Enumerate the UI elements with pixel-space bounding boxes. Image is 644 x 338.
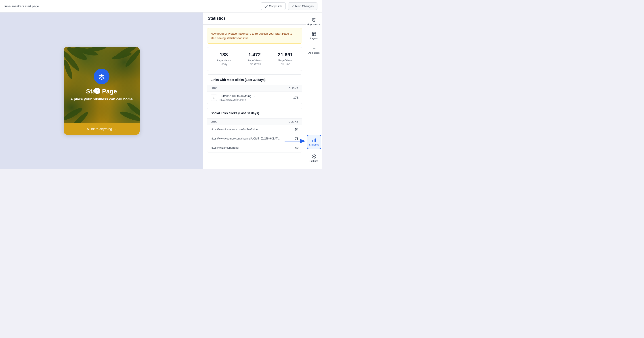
svg-rect-20 — [315, 139, 316, 142]
stack-icon — [98, 73, 106, 81]
social-link-clicks: 54 — [295, 128, 298, 131]
social-col-clicks: CLICKS — [288, 120, 298, 123]
statistics-panel: Statistics New feature! Please make sure… — [203, 13, 306, 169]
svg-rect-19 — [314, 139, 314, 142]
social-link-url: https://twitter.com/Buffer — [211, 146, 240, 149]
link-name: Button: A link to anything → — [220, 94, 290, 98]
site-url: luna-sneakers.start.page — [4, 5, 261, 8]
layout-label: Layout — [310, 37, 318, 40]
social-link-row: https://www.instagram.com/buffer/?hl=en … — [207, 125, 302, 134]
svg-point-14 — [314, 19, 315, 19]
appearance-button[interactable]: Appearance — [307, 14, 321, 29]
stat-divider-2 — [270, 52, 270, 66]
svg-rect-15 — [312, 33, 316, 36]
card-title: Start Page — [86, 88, 117, 95]
social-col-link: LINK — [211, 120, 217, 123]
publish-label: Publish Changes — [292, 5, 314, 8]
page-card: Start Page A place your business can cal… — [64, 47, 140, 135]
stats-panel-title: Statistics — [208, 16, 226, 21]
svg-point-13 — [313, 19, 314, 19]
stat-divider-1 — [239, 52, 239, 66]
add-block-button[interactable]: Add Block — [307, 43, 321, 57]
most-clicks-col-link: LINK — [211, 87, 217, 90]
stat-today: 138 Page Views Today — [209, 52, 238, 66]
notice-banner: New feature! Please make sure to re-publ… — [207, 28, 302, 44]
social-link-url: https://www.youtube.com/channel/UCfe5mZb… — [211, 137, 280, 140]
appearance-label: Appearance — [307, 23, 320, 26]
card-button[interactable]: A link to anything → — [64, 123, 140, 135]
most-clicks-header: Links with most clicks (Last 30 days) — [207, 75, 302, 85]
social-link-clicks: 49 — [295, 146, 298, 150]
copy-link-button[interactable]: Copy Link — [261, 3, 286, 10]
social-table-header: LINK CLICKS — [207, 119, 302, 125]
header: luna-sneakers.start.page Copy Link Publi… — [0, 0, 322, 13]
stat-today-label: Page Views Today — [209, 59, 238, 66]
plus-icon — [312, 46, 316, 51]
leaf-decoration — [64, 47, 140, 123]
top-link-row: 1 Button: A link to anything → http://ww… — [207, 91, 302, 104]
page-views-stats: 138 Page Views Today 1,472 Page Views Th… — [207, 47, 302, 71]
statistics-button[interactable]: Statistics — [307, 135, 321, 149]
notice-text: New feature! Please make sure to re-publ… — [211, 32, 298, 40]
card-subtitle: A place your business can call home — [66, 97, 138, 101]
settings-button[interactable]: Settings — [307, 151, 321, 165]
svg-point-12 — [313, 19, 314, 20]
statistics-label: Statistics — [309, 143, 319, 146]
stat-alltime-value: 21,691 — [271, 52, 300, 58]
link-url: http://www.buffer.com/ — [220, 98, 290, 101]
preview-area: Start Page A place your business can cal… — [0, 13, 203, 169]
social-clicks-section: Social links clicks (Last 30 days) LINK … — [207, 108, 302, 152]
link-rank: 1 — [211, 95, 217, 101]
stat-alltime-label: Page Views All Time — [271, 59, 300, 66]
most-clicks-col-clicks: CLICKS — [288, 87, 298, 90]
right-sidebar: Appearance Layout Add Block — [306, 13, 322, 169]
card-logo — [94, 69, 110, 84]
stat-week-label: Page Views This Week — [240, 59, 269, 66]
stat-alltime: 21,691 Page Views All Time — [271, 52, 300, 66]
link-clicks: 178 — [293, 96, 298, 100]
social-link-url: https://www.instagram.com/buffer/?hl=en — [211, 128, 259, 131]
most-clicks-table-header: LINK CLICKS — [207, 85, 302, 91]
layout-icon — [312, 32, 316, 36]
settings-icon — [312, 154, 316, 159]
layout-button[interactable]: Layout — [307, 29, 321, 43]
social-clicks-title: Social links clicks (Last 30 days) — [211, 111, 259, 115]
card-image: Start Page A place your business can cal… — [64, 47, 140, 123]
settings-label: Settings — [310, 160, 318, 162]
link-icon — [264, 5, 268, 8]
chevron-right-icon — [96, 89, 98, 92]
svg-rect-18 — [312, 140, 313, 142]
stat-today-value: 138 — [209, 52, 238, 58]
link-info: Button: A link to anything → http://www.… — [220, 94, 290, 101]
arrow-indicator — [284, 137, 307, 145]
publish-button[interactable]: Publish Changes — [288, 3, 318, 10]
stats-header: Statistics — [203, 13, 306, 25]
copy-link-label: Copy Link — [269, 5, 282, 8]
main-layout: Start Page A place your business can cal… — [0, 13, 322, 169]
stat-week-value: 1,472 — [240, 52, 269, 58]
add-block-label: Add Block — [308, 52, 320, 54]
most-clicks-title: Links with most clicks (Last 30 days) — [211, 78, 266, 82]
most-clicks-section: Links with most clicks (Last 30 days) LI… — [207, 75, 302, 104]
stat-week: 1,472 Page Views This Week — [240, 52, 269, 66]
svg-point-21 — [314, 156, 314, 157]
collapse-panel-button[interactable] — [94, 88, 100, 94]
bar-chart-icon — [312, 138, 316, 142]
header-actions: Copy Link Publish Changes — [261, 3, 318, 10]
appearance-icon — [312, 18, 316, 22]
social-clicks-header: Social links clicks (Last 30 days) — [207, 108, 302, 119]
